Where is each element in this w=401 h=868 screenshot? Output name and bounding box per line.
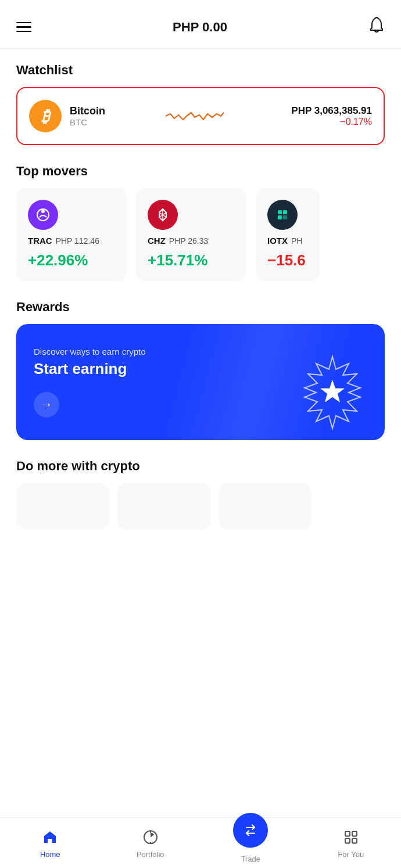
nav-portfolio[interactable]: Portfolio [127, 829, 174, 859]
btc-price-wrap: PHP 3,063,385.91 −0.17% [279, 105, 372, 127]
home-icon [42, 829, 58, 848]
top-movers-title: Top movers [16, 164, 385, 179]
iotx-icon [267, 200, 298, 230]
do-more-card-3[interactable] [219, 483, 312, 530]
svg-rect-16 [345, 838, 350, 843]
btc-ticker: BTC [70, 117, 110, 127]
star-badge [292, 352, 373, 435]
rewards-section: Rewards Discover ways to earn crypto Sta… [16, 300, 385, 440]
foryou-icon [343, 829, 359, 848]
trac-info: TRAC PHP 112.46 [28, 236, 115, 246]
iotx-info: IOTX PH [267, 236, 308, 246]
svg-point-1 [41, 210, 45, 213]
header: PHP 0.00 [0, 0, 401, 49]
iotx-ticker: IOTX [267, 236, 288, 246]
trac-ticker: TRAC [28, 236, 52, 246]
foryou-label: For You [338, 850, 364, 859]
movers-scroll: TRAC PHP 112.46 +22.96% [16, 188, 385, 281]
btc-icon: ₿ [29, 100, 62, 132]
portfolio-label: Portfolio [137, 850, 164, 859]
bottom-nav: Home Portfolio Trade [0, 817, 401, 868]
do-more-row [16, 483, 385, 530]
svg-rect-14 [345, 831, 350, 836]
iotx-price: PH [291, 236, 302, 246]
do-more-card-2[interactable] [117, 483, 210, 530]
watchlist-card[interactable]: ₿ Bitcoin BTC PHP 3,063,385.91 −0.17% [16, 87, 385, 145]
do-more-card-1[interactable] [16, 483, 109, 530]
svg-rect-15 [352, 831, 357, 836]
mover-card-chz[interactable]: CHZ PHP 26.33 +15.71% [136, 188, 246, 281]
svg-rect-9 [283, 215, 287, 219]
mover-card-trac[interactable]: TRAC PHP 112.46 +22.96% [16, 188, 127, 281]
chz-icon [148, 200, 178, 230]
trac-price: PHP 112.46 [56, 236, 99, 246]
chz-info: CHZ PHP 26.33 [148, 236, 235, 246]
watchlist-title: Watchlist [16, 63, 385, 78]
svg-rect-8 [278, 215, 282, 219]
btc-price: PHP 3,063,385.91 [291, 105, 372, 117]
rewards-card[interactable]: Discover ways to earn crypto Start earni… [16, 324, 385, 440]
rewards-arrow-button[interactable]: → [34, 392, 59, 417]
nav-home[interactable]: Home [27, 829, 73, 859]
movers-list: TRAC PHP 112.46 +22.96% [16, 188, 385, 281]
trade-button[interactable] [233, 813, 268, 848]
chz-price: PHP 26.33 [169, 236, 208, 246]
iotx-change: −15.6 [267, 251, 308, 269]
mover-card-iotx[interactable]: IOTX PH −15.6 [256, 188, 320, 281]
portfolio-icon [142, 829, 159, 848]
trade-label: Trade [241, 855, 260, 863]
balance-display: PHP 0.00 [173, 20, 227, 35]
btc-change: −0.17% [340, 117, 372, 127]
trac-change: +22.96% [28, 251, 115, 269]
top-movers-section: Top movers TRAC PHP 112.46 [16, 164, 385, 281]
rewards-title: Rewards [16, 300, 385, 315]
chz-change: +15.71% [148, 251, 235, 269]
trac-icon [28, 200, 58, 230]
svg-rect-7 [283, 210, 287, 214]
btc-name-wrap: Bitcoin BTC [70, 105, 110, 127]
nav-trade[interactable]: Trade [227, 824, 274, 863]
main-content: Watchlist ₿ Bitcoin BTC PHP 3,063,385.91… [0, 49, 401, 599]
menu-icon[interactable] [16, 22, 31, 33]
nav-foryou[interactable]: For You [328, 829, 374, 859]
do-more-section: Do more with crypto [16, 459, 385, 530]
do-more-title: Do more with crypto [16, 459, 385, 474]
btc-sparkline [119, 103, 271, 129]
svg-rect-6 [278, 210, 282, 214]
chz-ticker: CHZ [148, 236, 166, 246]
svg-marker-10 [320, 380, 345, 402]
notifications-icon[interactable] [368, 16, 385, 38]
home-label: Home [40, 850, 60, 859]
btc-name: Bitcoin [70, 105, 110, 117]
watchlist-section: Watchlist ₿ Bitcoin BTC PHP 3,063,385.91… [16, 63, 385, 145]
svg-rect-17 [352, 838, 357, 843]
